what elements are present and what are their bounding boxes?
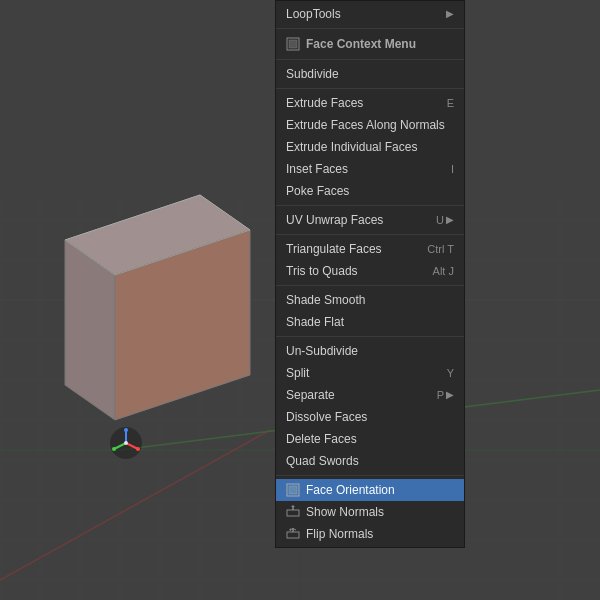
extrude-along-normals-label: Extrude Faces Along Normals	[286, 116, 445, 134]
face-orientation-label: Face Orientation	[306, 481, 395, 499]
separator-2	[276, 59, 464, 60]
svg-rect-45	[287, 532, 299, 538]
separate-shortcut: P	[437, 386, 444, 404]
face-context-menu-label: Face Context Menu	[306, 35, 416, 53]
separator-6	[276, 285, 464, 286]
menu-item-extrude-individual[interactable]: Extrude Individual Faces	[276, 136, 464, 158]
uv-unwrap-arrow: ▶	[446, 211, 454, 229]
menu-item-inset-faces[interactable]: Inset Faces I	[276, 158, 464, 180]
menu-item-quad-swords[interactable]: Quad Swords	[276, 450, 464, 472]
shade-smooth-label: Shade Smooth	[286, 291, 365, 309]
svg-marker-44	[291, 505, 295, 507]
menu-item-separate[interactable]: Separate P ▶	[276, 384, 464, 406]
menu-item-extrude-faces[interactable]: Extrude Faces E	[276, 92, 464, 114]
context-menu: LoopTools ▶ Face Context Menu Subdivide …	[275, 0, 465, 548]
loop-tools-label: LoopTools	[286, 5, 341, 23]
poke-faces-label: Poke Faces	[286, 182, 349, 200]
menu-item-tris-to-quads[interactable]: Tris to Quads Alt J	[276, 260, 464, 282]
svg-rect-39	[289, 40, 297, 48]
quad-swords-label: Quad Swords	[286, 452, 359, 470]
menu-item-extrude-along-normals[interactable]: Extrude Faces Along Normals	[276, 114, 464, 136]
separator-1	[276, 28, 464, 29]
menu-item-poke-faces[interactable]: Poke Faces	[276, 180, 464, 202]
flip-normals-label: Flip Normals	[306, 525, 373, 543]
menu-item-shade-flat[interactable]: Shade Flat	[276, 311, 464, 333]
menu-item-un-subdivide[interactable]: Un-Subdivide	[276, 340, 464, 362]
inset-faces-label: Inset Faces	[286, 160, 348, 178]
flip-normals-icon	[286, 527, 300, 541]
menu-item-dissolve-faces[interactable]: Dissolve Faces	[276, 406, 464, 428]
loop-tools-arrow: ▶	[446, 5, 454, 23]
menu-item-uv-unwrap[interactable]: UV Unwrap Faces U ▶	[276, 209, 464, 231]
extrude-faces-label: Extrude Faces	[286, 94, 363, 112]
triangulate-shortcut: Ctrl T	[427, 240, 454, 258]
extrude-faces-shortcut: E	[447, 94, 454, 112]
un-subdivide-label: Un-Subdivide	[286, 342, 358, 360]
svg-point-34	[124, 428, 128, 432]
face-context-icon	[286, 37, 300, 51]
triangulate-label: Triangulate Faces	[286, 240, 382, 258]
split-label: Split	[286, 364, 309, 382]
separator-4	[276, 205, 464, 206]
show-normals-label: Show Normals	[306, 503, 384, 521]
menu-item-face-orientation[interactable]: Face Orientation	[276, 479, 464, 501]
svg-rect-42	[287, 510, 299, 516]
menu-item-loop-tools[interactable]: LoopTools ▶	[276, 3, 464, 25]
axis-indicator	[108, 425, 144, 461]
separate-label: Separate	[286, 386, 335, 404]
uv-unwrap-label: UV Unwrap Faces	[286, 211, 383, 229]
menu-item-flip-normals[interactable]: Flip Normals	[276, 523, 464, 545]
svg-point-35	[136, 447, 140, 451]
inset-faces-shortcut: I	[451, 160, 454, 178]
separator-7	[276, 336, 464, 337]
menu-item-delete-faces[interactable]: Delete Faces	[276, 428, 464, 450]
tris-to-quads-shortcut: Alt J	[433, 262, 454, 280]
svg-marker-47	[289, 528, 291, 531]
show-normals-icon	[286, 505, 300, 519]
menu-item-show-normals[interactable]: Show Normals	[276, 501, 464, 523]
split-shortcut: Y	[447, 364, 454, 382]
extrude-individual-label: Extrude Individual Faces	[286, 138, 417, 156]
shade-flat-label: Shade Flat	[286, 313, 344, 331]
tris-to-quads-label: Tris to Quads	[286, 262, 358, 280]
uv-unwrap-shortcut: U	[436, 211, 444, 229]
separator-5	[276, 234, 464, 235]
svg-rect-41	[289, 486, 297, 494]
delete-faces-label: Delete Faces	[286, 430, 357, 448]
separator-3	[276, 88, 464, 89]
separate-arrow: ▶	[446, 386, 454, 404]
menu-item-split[interactable]: Split Y	[276, 362, 464, 384]
separator-8	[276, 475, 464, 476]
menu-item-triangulate[interactable]: Triangulate Faces Ctrl T	[276, 238, 464, 260]
face-orientation-icon	[286, 483, 300, 497]
svg-point-37	[124, 441, 128, 445]
subdivide-label: Subdivide	[286, 65, 339, 83]
menu-item-shade-smooth[interactable]: Shade Smooth	[276, 289, 464, 311]
dissolve-faces-label: Dissolve Faces	[286, 408, 367, 426]
svg-point-36	[112, 447, 116, 451]
menu-item-subdivide[interactable]: Subdivide	[276, 63, 464, 85]
menu-header-face-context: Face Context Menu	[276, 32, 464, 56]
